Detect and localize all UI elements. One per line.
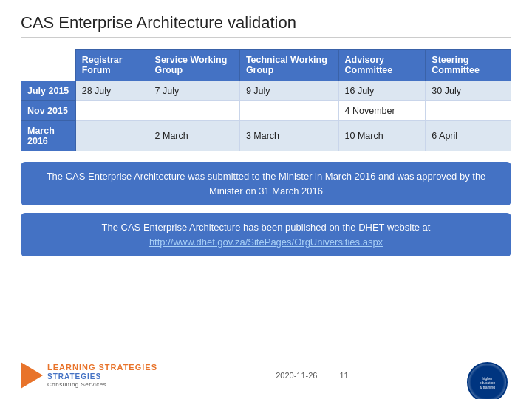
logo-consulting: Consulting Services xyxy=(47,381,157,389)
table-cell-0-4: 30 July xyxy=(426,81,511,101)
table-header-1: Registrar Forum xyxy=(75,50,149,81)
doe-badge: highereducation& training xyxy=(467,362,508,399)
info-box-1-text: The CAS Enterprise Architecture was subm… xyxy=(47,171,486,197)
table-cell-2-0 xyxy=(75,121,149,151)
info-boxes: The CAS Enterprise Architecture was subm… xyxy=(21,162,511,256)
table-header-3: Technical Working Group xyxy=(239,50,338,81)
table-wrapper: Registrar ForumService Working GroupTech… xyxy=(21,49,511,151)
table-row-label-0: July 2015 xyxy=(21,81,76,101)
table-cell-0-3: 16 July xyxy=(338,81,426,101)
doe-badge-text: highereducation& training xyxy=(478,375,497,391)
table-header-empty xyxy=(21,50,76,81)
dhet-link[interactable]: http://www.dhet.gov.za/SitePages/OrgUniv… xyxy=(149,236,383,248)
info-box-2-text: The CAS Enterprise Architecture has been… xyxy=(102,222,431,233)
footer-page: 11 xyxy=(340,371,349,380)
logo-triangle-icon xyxy=(21,362,43,389)
logo-text: LEARNING STRATEGIES STRATEGIES Consultin… xyxy=(47,363,157,389)
table-row: March 20162 March3 March10 March6 April xyxy=(21,121,511,151)
table-row-label-2: March 2016 xyxy=(21,121,76,151)
footer-right: highereducation& training xyxy=(467,362,511,389)
table-cell-0-0: 28 July xyxy=(75,81,149,101)
page-container: CAS Enterprise Architecture validation R… xyxy=(0,0,532,399)
table-row: July 201528 July7 July9 July16 July30 Ju… xyxy=(21,81,511,101)
logo-learning: LEARNING STRATEGIES xyxy=(47,363,157,372)
validation-table: Registrar ForumService Working GroupTech… xyxy=(21,49,511,151)
table-row-label-1: Nov 2015 xyxy=(21,101,76,121)
info-box-2: The CAS Enterprise Architecture has been… xyxy=(21,213,511,256)
table-header-row: Registrar ForumService Working GroupTech… xyxy=(21,50,511,81)
table-cell-2-3: 10 March xyxy=(338,121,426,151)
table-cell-2-1: 2 March xyxy=(149,121,239,151)
footer: LEARNING STRATEGIES STRATEGIES Consultin… xyxy=(21,362,511,389)
table-header-5: Steering Committee xyxy=(426,50,511,81)
info-box-1: The CAS Enterprise Architecture was subm… xyxy=(21,162,511,205)
table-cell-0-1: 7 July xyxy=(149,81,239,101)
table-cell-1-1 xyxy=(149,101,239,121)
page-title: CAS Enterprise Architecture validation xyxy=(21,13,511,38)
table-cell-0-2: 9 July xyxy=(239,81,338,101)
table-cell-1-4 xyxy=(426,101,511,121)
logo: LEARNING STRATEGIES STRATEGIES Consultin… xyxy=(21,362,157,389)
table-cell-2-4: 6 April xyxy=(426,121,511,151)
table-cell-1-2 xyxy=(239,101,338,121)
table-cell-1-3: 4 November xyxy=(338,101,426,121)
logo-strategies: STRATEGIES xyxy=(47,372,157,381)
footer-date: 2020-11-26 xyxy=(276,371,317,380)
table-header-4: Advisory Committee xyxy=(338,50,426,81)
table-cell-1-0 xyxy=(75,101,149,121)
table-body: July 201528 July7 July9 July16 July30 Ju… xyxy=(21,81,511,151)
footer-center: 2020-11-26 11 xyxy=(276,371,349,380)
table-row: Nov 20154 November xyxy=(21,101,511,121)
table-header-2: Service Working Group xyxy=(149,50,239,81)
table-cell-2-2: 3 March xyxy=(239,121,338,151)
